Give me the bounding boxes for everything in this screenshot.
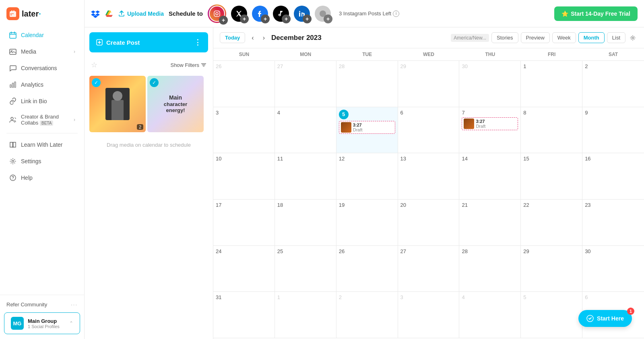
instagram-profile[interactable]: +	[208, 4, 226, 23]
workspace-row[interactable]: MG Main Group 1 Social Profiles ⌃	[4, 312, 80, 334]
cal-cell-nov26[interactable]: 26	[213, 61, 275, 107]
cal-cell-dec25[interactable]: 25	[275, 246, 336, 292]
create-post-dots[interactable]: ⋮	[194, 38, 202, 47]
cal-cell-dec28[interactable]: 28	[459, 246, 521, 292]
svg-point-16	[12, 160, 14, 162]
twitter-add-btn[interactable]: +	[240, 15, 249, 23]
cal-cell-dec24[interactable]: 24	[213, 246, 275, 292]
cal-cell-nov29[interactable]: 29	[398, 61, 460, 107]
cal-cell-dec21[interactable]: 21	[459, 200, 521, 246]
stories-view-btn[interactable]: Stories	[491, 32, 518, 43]
sidebar-item-analytics[interactable]: Analytics	[2, 77, 82, 93]
cal-cell-dec27[interactable]: 27	[398, 246, 460, 292]
today-button[interactable]: Today	[220, 32, 245, 43]
google-drive-button[interactable]	[105, 9, 114, 18]
day-header-wed: WED	[398, 48, 460, 60]
cal-cell-dec6[interactable]: 6	[398, 107, 460, 154]
cal-cell-dec30[interactable]: 30	[582, 246, 644, 292]
sidebar-item-media[interactable]: Media ›	[2, 44, 82, 60]
preview-view-btn[interactable]: Preview	[521, 32, 550, 43]
tiktok-add-btn[interactable]: +	[282, 15, 291, 23]
cal-cell-dec18[interactable]: 18	[275, 200, 336, 246]
cal-date: 19	[339, 202, 395, 208]
cal-date: 6	[585, 294, 642, 300]
cal-cell-dec11[interactable]: 11	[275, 153, 336, 200]
facebook-profile[interactable]: +	[252, 6, 268, 22]
cal-cell-dec9[interactable]: 9	[582, 107, 644, 154]
cal-cell-jan3[interactable]: 3	[398, 292, 460, 338]
linkedin-profile[interactable]: +	[294, 6, 310, 22]
start-here-button[interactable]: Start Here 1	[578, 310, 632, 327]
cal-cell-dec29[interactable]: 29	[521, 246, 582, 292]
pinterest-add-btn[interactable]: +	[324, 15, 332, 23]
media-thumb-2[interactable]: Main character energy! ✓	[147, 76, 204, 132]
svg-rect-2	[13, 10, 14, 12]
week-view-btn[interactable]: Week	[552, 32, 576, 43]
cal-cell-dec4[interactable]: 4	[275, 107, 336, 154]
cal-cell-dec26[interactable]: 26	[336, 246, 398, 292]
cal-cell-dec22[interactable]: 22	[521, 200, 582, 246]
cal-cell-jan1[interactable]: 1	[275, 292, 336, 338]
cal-event-dec5[interactable]: 3:27 Draft	[339, 121, 395, 134]
twitter-profile[interactable]: +	[231, 6, 247, 22]
cal-cell-dec16[interactable]: 16	[582, 153, 644, 200]
facebook-add-btn[interactable]: +	[261, 15, 270, 23]
sidebar-item-calendar[interactable]: Calendar	[2, 27, 82, 43]
cal-cell-dec14[interactable]: 14	[459, 153, 521, 200]
month-view-btn[interactable]: Month	[578, 32, 605, 43]
cal-cell-dec7[interactable]: 7 3:27 Draft	[459, 107, 521, 154]
star-filter-icon[interactable]: ☆	[91, 60, 97, 69]
cal-cell-dec8[interactable]: 8	[521, 107, 582, 154]
sidebar-item-help[interactable]: Help	[2, 170, 82, 186]
cal-cell-dec3[interactable]: 3	[213, 107, 275, 154]
cal-cell-dec12[interactable]: 12	[336, 153, 398, 200]
cal-cell-dec13[interactable]: 13	[398, 153, 460, 200]
sidebar-item-settings[interactable]: Settings	[2, 153, 82, 169]
cal-cell-dec2[interactable]: 2	[582, 61, 644, 107]
cal-cell-dec23[interactable]: 23	[582, 200, 644, 246]
start-here-label: Start Here	[597, 315, 624, 322]
linkedin-add-btn[interactable]: +	[303, 15, 312, 23]
dropbox-button[interactable]	[91, 9, 100, 18]
cal-cell-dec31[interactable]: 31	[213, 292, 275, 338]
cal-date: 28	[339, 63, 395, 69]
cal-cell-dec5[interactable]: 5 3:27 Draft	[336, 107, 398, 154]
cal-cell-nov28[interactable]: 28	[336, 61, 398, 107]
cal-cell-jan2[interactable]: 2	[336, 292, 398, 338]
refer-dots[interactable]: ···	[71, 302, 78, 308]
show-filters-button[interactable]: Show Filters	[170, 62, 206, 68]
prev-month-button[interactable]: ‹	[249, 33, 256, 43]
cal-cell-nov27[interactable]: 27	[275, 61, 336, 107]
cal-cell-dec1[interactable]: 1	[521, 61, 582, 107]
cal-cell-nov30[interactable]: 30	[459, 61, 521, 107]
cal-cell-jan4[interactable]: 4	[459, 292, 521, 338]
upload-media-button[interactable]: Upload Media	[118, 10, 164, 17]
cal-date-today: 5	[339, 110, 349, 119]
pinterest-profile[interactable]: +	[315, 6, 331, 22]
sidebar-item-link-in-bio[interactable]: Link in Bio	[2, 93, 82, 109]
cal-cell-dec10[interactable]: 10	[213, 153, 275, 200]
list-view-btn[interactable]: List	[607, 32, 625, 43]
calendar-settings-button[interactable]	[628, 33, 638, 43]
cal-cell-dec20[interactable]: 20	[398, 200, 460, 246]
cal-cell-dec17[interactable]: 17	[213, 200, 275, 246]
cal-event-dec7[interactable]: 3:27 Draft	[462, 117, 518, 130]
trial-button[interactable]: ⭐ Start 14-Day Free Trial	[554, 6, 638, 21]
upload-media-label: Upload Media	[127, 10, 164, 17]
cal-date: 25	[277, 248, 334, 254]
instagram-add-btn[interactable]: +	[219, 16, 228, 25]
sidebar-item-creator-brand[interactable]: Creator & Brand Collabs BETA ›	[2, 110, 82, 130]
create-post-button[interactable]: Create Post ⋮	[89, 32, 208, 52]
cal-cell-jan5[interactable]: 5	[521, 292, 582, 338]
users-icon	[9, 116, 17, 124]
media-thumb-1[interactable]: ✓ 2	[89, 76, 146, 132]
cal-cell-dec19[interactable]: 19	[336, 200, 398, 246]
sidebar-item-learn[interactable]: Learn With Later	[2, 137, 82, 153]
next-month-button[interactable]: ›	[260, 33, 267, 43]
refer-community-row[interactable]: Refer Community ···	[0, 298, 84, 311]
info-icon[interactable]: i	[393, 10, 399, 17]
tiktok-profile[interactable]: +	[273, 6, 289, 22]
sidebar-item-label-settings: Settings	[21, 158, 41, 164]
cal-cell-dec15[interactable]: 15	[521, 153, 582, 200]
sidebar-item-conversations[interactable]: Conversations	[2, 60, 82, 76]
